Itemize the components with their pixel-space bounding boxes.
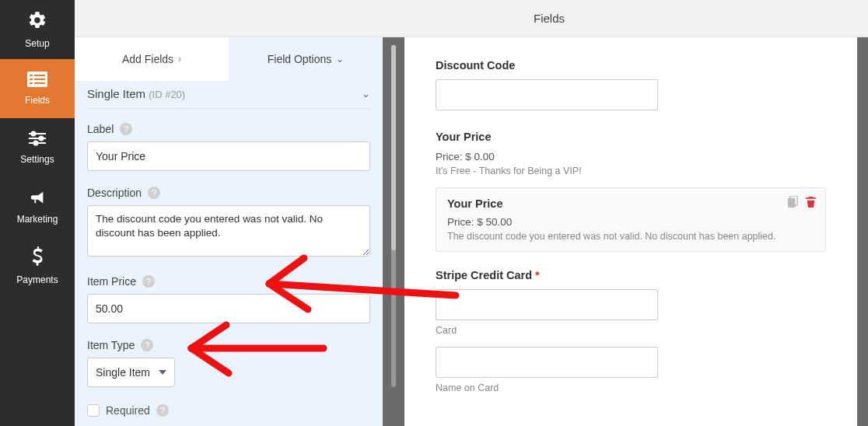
svg-rect-5: [30, 82, 33, 84]
svg-rect-1: [30, 75, 33, 76]
card-under-label: Card: [436, 325, 826, 336]
tab-label: Add Fields: [122, 53, 173, 65]
nav-item-setup[interactable]: Setup: [0, 0, 75, 59]
nav-label: Marketing: [17, 214, 58, 225]
stripe-card-label: Stripe Credit Card *: [436, 269, 826, 281]
price-desc-1: It's Free - Thanks for Being a VIP!: [436, 166, 826, 176]
svg-rect-6: [34, 82, 45, 84]
nav-item-settings[interactable]: Settings: [0, 118, 75, 177]
required-asterisk: *: [532, 269, 540, 281]
field-id: (ID #20): [149, 89, 185, 100]
item-price-label: Item Price: [87, 275, 136, 288]
chevron-right-icon: ›: [178, 54, 181, 65]
trash-icon[interactable]: [805, 196, 817, 208]
help-icon[interactable]: ?: [142, 275, 155, 288]
required-checkbox[interactable]: [87, 404, 100, 417]
item-price-input[interactable]: [87, 294, 370, 323]
selected-field-preview[interactable]: Your Price Price: $ 50.00 The discount c…: [436, 187, 826, 252]
name-on-card-input[interactable]: [436, 347, 658, 378]
nav-item-fields[interactable]: Fields: [0, 59, 75, 118]
svg-point-10: [40, 137, 44, 141]
page-title: Fields: [230, 12, 868, 25]
chevron-down-icon: ⌄: [336, 54, 344, 65]
price-desc-2: The discount code you entered was not va…: [447, 231, 814, 242]
scrollbar-thumb[interactable]: [391, 45, 396, 250]
label-input[interactable]: [87, 141, 370, 171]
item-type-select[interactable]: Single Item: [87, 358, 175, 387]
svg-rect-2: [34, 75, 45, 76]
svg-point-12: [34, 141, 38, 145]
nav-label: Payments: [16, 274, 58, 285]
help-icon[interactable]: ?: [148, 187, 160, 199]
nav-item-marketing[interactable]: Marketing: [0, 177, 75, 236]
help-icon[interactable]: ?: [156, 404, 169, 417]
description-input[interactable]: The discount code you entered was not va…: [87, 205, 370, 257]
tab-field-options[interactable]: Field Options ⌄: [229, 37, 383, 81]
top-header: Fields: [75, 0, 868, 37]
svg-rect-13: [788, 198, 795, 208]
tab-label: Field Options: [268, 53, 331, 65]
label-label: Label: [87, 123, 114, 135]
megaphone-icon: [27, 189, 47, 209]
sliders-icon: [27, 131, 47, 149]
description-label: Description: [87, 187, 142, 199]
nav-label: Setup: [25, 38, 49, 49]
field-options-panel: Add Fields › Field Options ⌄ Single Item…: [75, 37, 383, 426]
price-text-2: Price: $ 50.00: [447, 216, 814, 228]
scrollbar-track[interactable]: [391, 45, 396, 387]
chevron-down-icon[interactable]: ⌄: [362, 88, 370, 100]
nav-sidebar: Setup Fields Settings Marketing Payments: [0, 0, 75, 426]
your-price-label-2: Your Price: [447, 197, 814, 210]
help-icon[interactable]: ?: [141, 339, 153, 351]
gear-icon: [27, 10, 47, 33]
tab-add-fields[interactable]: Add Fields ›: [75, 37, 229, 81]
required-label: Required: [106, 404, 150, 417]
duplicate-icon[interactable]: [788, 196, 800, 208]
nav-label: Fields: [25, 95, 50, 106]
discount-code-label: Discount Code: [436, 59, 826, 72]
field-heading[interactable]: Single Item (ID #20) ⌄: [87, 81, 370, 109]
discount-code-input[interactable]: [436, 79, 658, 110]
form-preview-panel: Discount Code Your Price Price: $ 0.00 I…: [404, 37, 857, 426]
card-number-input[interactable]: [436, 289, 658, 320]
field-type-name: Single Item: [87, 87, 145, 100]
svg-point-8: [32, 132, 36, 136]
help-icon[interactable]: ?: [120, 123, 132, 135]
nav-label: Settings: [20, 154, 54, 165]
item-type-label: Item Type: [87, 339, 135, 351]
nav-item-payments[interactable]: Payments: [0, 236, 75, 295]
form-icon: [27, 72, 47, 90]
svg-rect-4: [34, 79, 45, 80]
price-text-1: Price: $ 0.00: [436, 151, 826, 162]
svg-rect-3: [30, 79, 33, 80]
dollar-icon: [30, 246, 44, 270]
editor-divider: [383, 37, 404, 426]
your-price-label-1: Your Price: [436, 131, 826, 143]
name-under-label: Name on Card: [436, 382, 826, 393]
